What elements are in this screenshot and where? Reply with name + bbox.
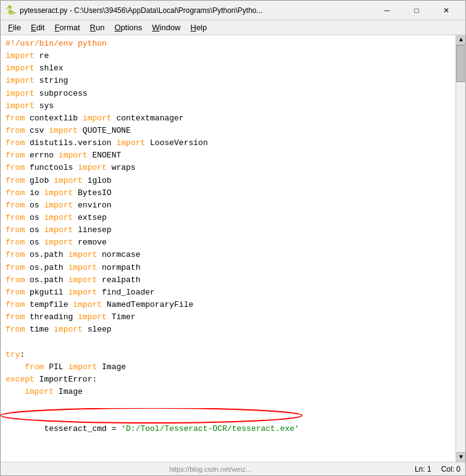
close-button[interactable]: ✕ [432, 1, 460, 20]
scroll-track [456, 45, 465, 452]
code-line-13: from io import BytesIO [1, 187, 456, 199]
oval-annotation [1, 408, 313, 424]
code-line-30 [1, 398, 456, 411]
code-line-32 [1, 461, 456, 462]
statusbar-right: Ln: 1 Col: 0 [415, 465, 460, 474]
app-icon: 🐍 [6, 5, 16, 15]
editor-area: #!/usr/bin/env python import re import s… [1, 35, 465, 462]
code-line-4: import string [1, 75, 456, 87]
code-line-3: import shlex [1, 62, 456, 75]
code-line-24: from time import sleep [1, 324, 456, 336]
code-editor[interactable]: #!/usr/bin/env python import re import s… [1, 35, 456, 462]
window-title: pytesseract.py - C:\Users\39456\AppData\… [20, 6, 373, 15]
statusbar-col: Col: 0 [441, 465, 460, 474]
statusbar: https://blog.csdn.net/weiz... Ln: 1 Col:… [1, 462, 465, 475]
code-line-26: try: [1, 349, 456, 361]
menubar: File Edit Format Run Options Window Help [1, 20, 465, 35]
code-line-23: from threading import Timer [1, 311, 456, 324]
code-line-14: from os import environ [1, 199, 456, 212]
main-window: 🐍 pytesseract.py - C:\Users\39456\AppDat… [0, 0, 466, 476]
code-line-5: import subprocess [1, 88, 456, 100]
statusbar-ln: Ln: 1 [415, 465, 431, 474]
code-line-7: from contextlib import contextmanager [1, 112, 456, 125]
scroll-thumb[interactable] [456, 45, 465, 82]
maximize-button[interactable]: □ [402, 1, 431, 20]
window-controls: ─ □ ✕ [373, 1, 460, 20]
code-line-9: from distutils.version import LooseVersi… [1, 137, 456, 149]
code-line-6: import sys [1, 100, 456, 112]
code-line-19: from os.path import normpath [1, 262, 456, 274]
code-line-21: from pkgutil import find_loader [1, 286, 456, 299]
menu-help[interactable]: Help [186, 22, 212, 33]
code-line-27: from PIL import Image [1, 361, 456, 374]
vertical-scrollbar[interactable]: ▲ ▼ [456, 35, 465, 462]
code-line-10: from errno import ENOENT [1, 149, 456, 162]
minimize-button[interactable]: ─ [373, 1, 401, 20]
menu-file[interactable]: File [3, 22, 26, 33]
titlebar: 🐍 pytesseract.py - C:\Users\39456\AppDat… [1, 1, 465, 20]
code-line-11: from functools import wraps [1, 162, 456, 174]
menu-window[interactable]: Window [147, 22, 185, 33]
code-line-25 [1, 336, 456, 348]
code-line-2: import re [1, 50, 456, 62]
code-line-29: import Image [1, 386, 456, 398]
code-line-1: #!/usr/bin/env python [1, 38, 456, 50]
statusbar-watermark: https://blog.csdn.net/weiz... [169, 466, 251, 473]
code-line-20: from os.path import realpath [1, 274, 456, 286]
menu-format[interactable]: Format [49, 22, 85, 33]
code-line-15: from os import extsep [1, 212, 456, 224]
scroll-down-button[interactable]: ▼ [456, 452, 465, 462]
code-line-22: from tempfile import NamedTemporaryFile [1, 299, 456, 311]
scroll-up-button[interactable]: ▲ [456, 35, 465, 45]
menu-options[interactable]: Options [109, 22, 147, 33]
code-line-8: from csv import QUOTE_NONE [1, 125, 456, 137]
code-line-28: except ImportError: [1, 374, 456, 386]
code-line-12: from glob import iglob [1, 175, 456, 187]
code-line-16: from os import linesep [1, 224, 456, 236]
svg-point-0 [1, 408, 302, 423]
menu-edit[interactable]: Edit [26, 22, 49, 33]
menu-run[interactable]: Run [85, 22, 110, 33]
code-line-17: from os import remove [1, 236, 456, 249]
code-line-18: from os.path import normcase [1, 249, 456, 261]
code-line-31: tesseract_cmd = 'D:/Tool/Tesseract-OCR/t… [1, 411, 456, 461]
